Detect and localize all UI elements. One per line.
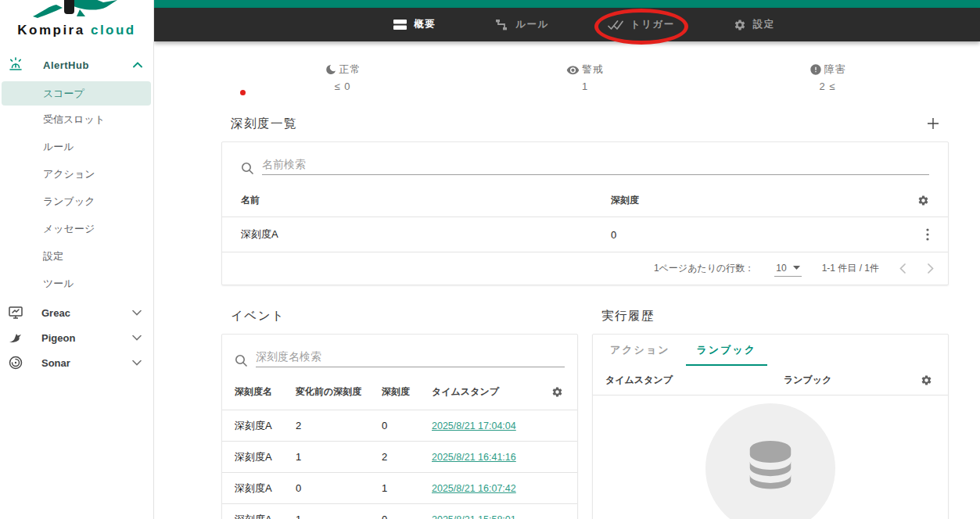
tab-label: アクション bbox=[610, 343, 670, 357]
chevron-up-icon[interactable] bbox=[133, 62, 142, 68]
tab-overview[interactable]: 概要 bbox=[393, 18, 436, 31]
sidebar-alerthub-label: AlertHub bbox=[43, 59, 89, 71]
add-severity-button[interactable] bbox=[927, 117, 939, 130]
events-col-name: 深刻度名 bbox=[235, 385, 296, 399]
gear-icon bbox=[917, 195, 929, 206]
sidebar-item-label: 設定 bbox=[43, 249, 63, 263]
rules-flow-icon bbox=[494, 19, 508, 31]
events-section-title: イベント bbox=[221, 308, 578, 325]
sidebar-item-label: ルール bbox=[43, 140, 74, 154]
sidebar-item-actions[interactable]: アクション bbox=[0, 160, 153, 188]
bird-icon bbox=[8, 330, 23, 345]
sidebar-item-label: アクション bbox=[43, 167, 95, 181]
event-timestamp-link[interactable]: 2025/8/21 15:58:01 bbox=[432, 514, 547, 519]
event-row[interactable]: 深刻度A 1 0 2025/8/21 15:58:01 bbox=[222, 503, 577, 519]
events-search-input[interactable] bbox=[256, 347, 565, 367]
siren-icon bbox=[7, 56, 24, 73]
events-table-settings-button[interactable] bbox=[547, 386, 566, 398]
tab-label: ランブック bbox=[697, 343, 757, 357]
event-timestamp-link[interactable]: 2025/8/21 16:07:42 bbox=[432, 483, 547, 494]
row-menu-button[interactable] bbox=[926, 228, 929, 241]
logo-text: Kompira cloud bbox=[0, 23, 153, 38]
sidebar-item-alerthub[interactable]: AlertHub bbox=[0, 54, 153, 76]
chevron-right-icon bbox=[928, 263, 934, 274]
sidebar-item-label: ツール bbox=[43, 277, 74, 291]
history-section-title: 実行履歴 bbox=[592, 308, 949, 325]
sidebar-item-scope[interactable]: スコープ bbox=[2, 81, 151, 106]
event-row[interactable]: 深刻度A 0 1 2025/8/21 16:07:42 bbox=[222, 472, 577, 503]
error-icon bbox=[809, 63, 822, 76]
sidebar-item-greac[interactable]: Greac bbox=[0, 300, 153, 325]
event-prev-severity: 0 bbox=[296, 482, 382, 494]
event-timestamp-link[interactable]: 2025/8/21 17:04:04 bbox=[432, 421, 547, 431]
severity-section-title: 深刻度一覧 bbox=[231, 116, 297, 132]
sidebar-item-runbook[interactable]: ランブック bbox=[0, 188, 153, 215]
sidebar-product-label: Greac bbox=[41, 307, 70, 319]
next-page-button[interactable] bbox=[928, 263, 934, 274]
tab-settings[interactable]: 設定 bbox=[734, 18, 775, 31]
sidebar-item-rules[interactable]: ルール bbox=[0, 133, 153, 160]
event-prev-severity: 2 bbox=[296, 420, 382, 431]
sidebar-item-settings[interactable]: 設定 bbox=[0, 242, 153, 270]
overview-icon bbox=[393, 19, 407, 30]
tab-trigger[interactable]: トリガー bbox=[608, 18, 675, 31]
monitor-icon bbox=[8, 305, 23, 320]
sidebar-item-receive-slot[interactable]: 受信スロット bbox=[0, 106, 153, 133]
event-severity: 0 bbox=[382, 514, 432, 519]
kompira-logo[interactable]: Kompira cloud bbox=[0, 0, 153, 44]
sidebar-product-label: Pigeon bbox=[41, 332, 75, 344]
tab-label: トリガー bbox=[630, 18, 675, 31]
search-icon bbox=[241, 162, 254, 175]
chevron-down-icon[interactable] bbox=[132, 360, 142, 366]
events-col-severity: 深刻度 bbox=[382, 385, 432, 399]
event-row[interactable]: 深刻度A 1 2 2025/8/21 16:41:16 bbox=[222, 441, 577, 472]
previous-page-button[interactable] bbox=[899, 263, 906, 274]
event-severity: 2 bbox=[382, 451, 432, 463]
history-col-runbook: ランブック bbox=[784, 374, 917, 387]
history-card: アクション ランブック タイムスタンプ ランブック bbox=[592, 334, 949, 519]
event-severity: 1 bbox=[382, 482, 432, 494]
event-name: 深刻度A bbox=[235, 450, 296, 464]
sidebar-item-label: 受信スロット bbox=[43, 113, 105, 127]
search-icon bbox=[235, 354, 248, 367]
eye-icon bbox=[566, 63, 580, 77]
event-name: 深刻度A bbox=[235, 481, 296, 496]
tab-action-history[interactable]: アクション bbox=[605, 335, 675, 366]
severity-table-settings-button[interactable] bbox=[917, 195, 929, 206]
gear-icon bbox=[734, 19, 746, 31]
event-prev-severity: 1 bbox=[296, 514, 382, 519]
dropdown-arrow-icon bbox=[793, 266, 800, 270]
tab-rules[interactable]: ルール bbox=[494, 18, 549, 31]
rows-per-page-select[interactable]: 10 bbox=[774, 261, 801, 277]
sidebar-item-pigeon[interactable]: Pigeon bbox=[0, 325, 153, 350]
history-tabs: アクション ランブック bbox=[593, 335, 948, 366]
event-prev-severity: 1 bbox=[296, 451, 382, 463]
sidebar-item-label: スコープ bbox=[43, 87, 84, 101]
severity-col-severity: 深刻度 bbox=[611, 194, 898, 207]
events-col-prev: 変化前の深刻度 bbox=[296, 385, 382, 399]
top-navigation: 概要 ルール トリガー 設定 bbox=[154, 8, 980, 41]
chevron-down-icon[interactable] bbox=[132, 335, 142, 341]
status-label: 正常 bbox=[339, 63, 361, 77]
event-timestamp-link[interactable]: 2025/8/21 16:41:16 bbox=[432, 452, 547, 463]
sidebar-item-sonar[interactable]: Sonar bbox=[0, 350, 153, 375]
double-check-icon bbox=[608, 20, 623, 30]
history-table-settings-button[interactable] bbox=[917, 374, 935, 386]
empty-state bbox=[705, 403, 835, 519]
severity-search-input[interactable] bbox=[262, 155, 929, 175]
sidebar-item-messages[interactable]: メッセージ bbox=[0, 215, 153, 242]
tab-runbook-history[interactable]: ランブック bbox=[692, 335, 762, 366]
chevron-down-icon[interactable] bbox=[132, 310, 142, 316]
tab-label: 概要 bbox=[414, 18, 436, 31]
top-accent-strip bbox=[154, 0, 980, 8]
severity-table-row[interactable]: 深刻度A 0 bbox=[222, 217, 948, 252]
event-name: 深刻度A bbox=[235, 419, 296, 433]
status-label: 障害 bbox=[824, 63, 846, 77]
events-card: 深刻度名 変化前の深刻度 深刻度 タイムスタンプ 深刻度A 2 0 bbox=[221, 334, 578, 519]
severity-row-name: 深刻度A bbox=[241, 227, 611, 242]
app-root: Kompira cloud AlertHub スコープ 受信スロット ルール ア… bbox=[0, 0, 980, 519]
sidebar-item-tools[interactable]: ツール bbox=[0, 270, 153, 297]
sidebar-product-label: Sonar bbox=[41, 357, 70, 369]
rows-per-page-label: 1ページあたりの行数： bbox=[654, 262, 754, 275]
event-row[interactable]: 深刻度A 2 0 2025/8/21 17:04:04 bbox=[222, 410, 577, 441]
